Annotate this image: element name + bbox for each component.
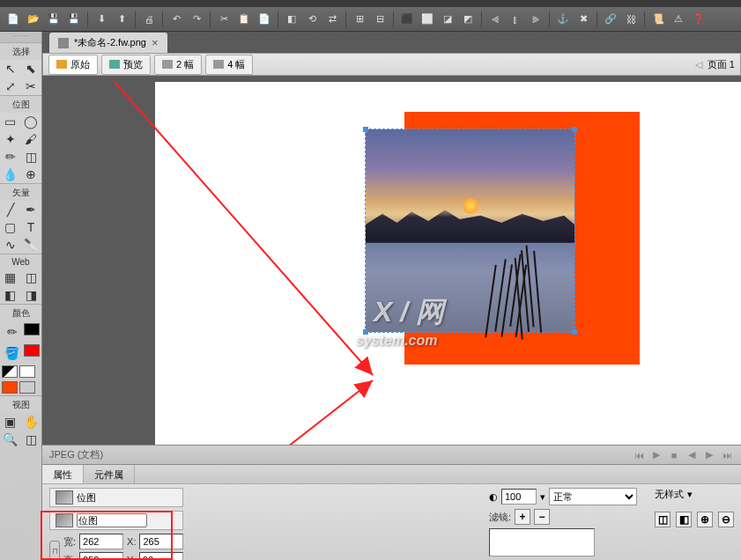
lasso-tool-icon[interactable]: ◯ [21,113,41,130]
align-center-icon[interactable]: ⫿ [506,10,525,29]
view-tab-2up[interactable]: 2 幅 [154,55,202,75]
hotspot-tool-icon[interactable]: ▦ [0,269,20,286]
save-all-icon[interactable]: 💾 [64,10,84,29]
y-input[interactable] [139,552,183,560]
screen-mode-icon[interactable]: ▣ [0,413,20,431]
selection-handle-ne[interactable] [572,127,577,132]
style-action-4-icon[interactable]: ⊖ [718,512,734,527]
style-action-3-icon[interactable]: ⊕ [697,512,713,527]
selection-handle-se[interactable] [572,329,577,335]
print-icon[interactable]: 🖨 [139,10,159,29]
new-icon[interactable]: 📄 [4,10,23,29]
bring-front-icon[interactable]: ⬛ [397,10,417,29]
opacity-input[interactable] [501,489,537,505]
last-frame-icon[interactable]: ⏭ [720,448,734,462]
style-action-1-icon[interactable]: ◫ [655,512,671,527]
open-icon[interactable]: 📂 [24,10,43,29]
undo-icon[interactable]: ↶ [167,10,186,29]
pen-tool-icon[interactable]: ✒ [21,201,41,218]
rect-tool-icon[interactable]: ▢ [0,218,20,236]
link-icon[interactable]: 🔗 [601,10,620,29]
view-mode-icon[interactable]: ◫ [21,431,41,448]
line-tool-icon[interactable]: ╱ [0,201,20,218]
style-dropdown-icon[interactable]: ▾ [687,489,693,500]
opacity-dropdown-icon[interactable]: ▾ [540,491,545,503]
redo-icon[interactable]: ↷ [187,10,206,29]
transform-icon[interactable]: ◧ [282,10,301,29]
anchor-icon[interactable]: ⚓ [553,10,573,29]
eraser-tool-icon[interactable]: ◫ [21,148,41,166]
close-tab-icon[interactable]: × [152,36,159,49]
view-tab-original[interactable]: 原始 [48,55,98,75]
freeform-tool-icon[interactable]: ∿ [0,236,20,254]
help-icon[interactable]: ❓ [689,10,708,29]
pointer-tool-icon[interactable]: ↖ [0,60,20,77]
pencil-tool-icon[interactable]: ✏ [0,148,20,166]
canvas-area[interactable]: X / 网 system.com [42,76,741,445]
fill-swatch[interactable] [24,344,40,357]
selection-handle-nw[interactable] [363,127,368,132]
show-slice-icon[interactable]: ◨ [21,286,41,304]
object-name-input[interactable] [77,513,147,527]
next-frame-icon[interactable]: ▶ [702,448,716,462]
height-input[interactable] [79,552,123,560]
save-icon[interactable]: 💾 [44,10,63,29]
group-icon[interactable]: ⊞ [350,10,369,29]
scale-tool-icon[interactable]: ⤢ [0,77,20,95]
document-tab[interactable]: *未命名-2.fw.png × [49,33,167,53]
send-back-icon[interactable]: ⬜ [418,10,437,29]
style-action-2-icon[interactable]: ◧ [676,512,692,527]
stop-icon[interactable]: ■ [667,448,681,462]
panel-handle[interactable]: ⋯⋯ [0,32,41,42]
copy-icon[interactable]: 📋 [234,10,254,29]
page-indicator[interactable]: 页面 1 [708,58,735,71]
flip-icon[interactable]: ⇄ [322,10,342,29]
stroke-color-icon[interactable]: ✏ [2,323,22,341]
zoom-tool-icon[interactable]: 🔍 [0,431,20,448]
stroke-swatch[interactable] [24,323,40,335]
brush-tool-icon[interactable]: 🖌 [21,130,41,148]
break-link-icon[interactable]: ⛓ [621,10,641,29]
object-name-field[interactable] [49,511,183,530]
slice-tool-icon[interactable]: ◫ [21,269,41,286]
text-tool-icon[interactable]: T [21,218,41,236]
wand-tool-icon[interactable]: ✦ [0,130,20,148]
filters-list[interactable] [489,528,595,556]
crop-tool-icon[interactable]: ✂ [21,77,41,95]
view-tab-4up[interactable]: 4 幅 [205,55,253,75]
marquee-tool-icon[interactable]: ▭ [0,113,20,130]
first-frame-icon[interactable]: ⏮ [632,448,646,462]
cut-icon[interactable]: ✂ [214,10,233,29]
align-left-icon[interactable]: ⫷ [485,10,505,29]
default-colors-icon[interactable] [2,365,18,378]
knife-tool-icon[interactable]: 🔪 [21,236,41,254]
swatch-extra[interactable] [19,381,35,394]
canvas-page[interactable]: X / 网 system.com [155,82,741,445]
forward-icon[interactable]: ◪ [438,10,457,29]
blur-tool-icon[interactable]: 💧 [0,166,20,183]
no-color-icon[interactable] [19,365,35,378]
warning-icon[interactable]: ⚠ [669,10,688,29]
remove-filter-button[interactable]: − [534,509,550,525]
paste-icon[interactable]: 📄 [255,10,274,29]
import-icon[interactable]: ⬇ [92,10,111,29]
swap-colors-icon[interactable] [2,381,18,394]
subselect-tool-icon[interactable]: ⬉ [21,60,41,77]
prev-frame-icon[interactable]: ◀ [685,448,699,462]
tab-symbol-props[interactable]: 元件属 [84,465,135,483]
view-tab-preview[interactable]: 预览 [101,55,151,75]
blend-mode-select[interactable]: 正常 [549,488,637,505]
fill-color-icon[interactable]: 🪣 [2,344,22,362]
play-icon[interactable]: ▶ [649,448,663,462]
x-input[interactable] [139,534,183,549]
delete-icon[interactable]: ✖ [574,10,593,29]
tab-properties[interactable]: 属性 [42,465,84,483]
stamp-tool-icon[interactable]: ⊕ [21,166,41,183]
export-icon[interactable]: ⬆ [112,10,131,29]
hand-tool-icon[interactable]: ✋ [21,413,41,431]
page-nav-icon[interactable]: ◁ [695,59,702,70]
constrain-proportions-icon[interactable]: ⊓ [49,541,60,561]
ungroup-icon[interactable]: ⊟ [370,10,389,29]
rotate-icon[interactable]: ⟲ [302,10,322,29]
backward-icon[interactable]: ◩ [458,10,478,29]
